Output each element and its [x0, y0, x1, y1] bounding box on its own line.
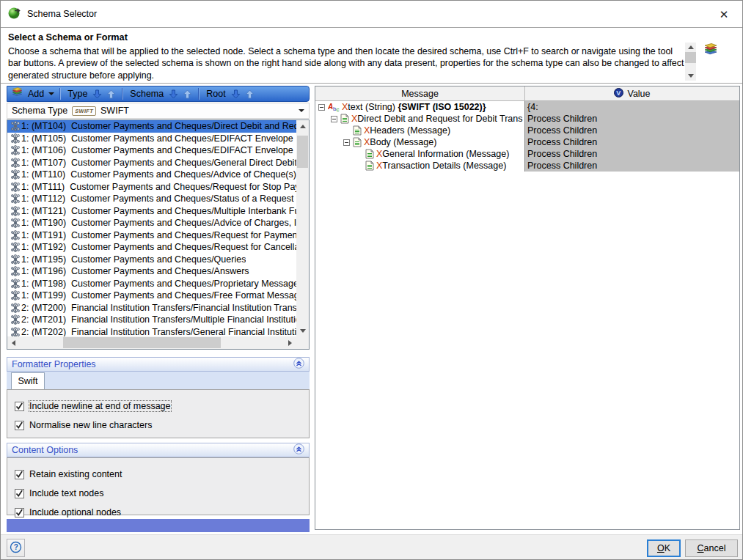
add-dropdown-icon[interactable]	[48, 92, 54, 95]
tree-row[interactable]: XGeneral Information (Message)Process Ch…	[315, 148, 739, 160]
node-prefix: X	[351, 114, 357, 124]
sort-type-asc-icon[interactable]	[106, 89, 116, 99]
value-column-icon: V	[614, 88, 623, 100]
message-node-icon	[353, 125, 362, 136]
list-item[interactable]: 1: (MT190) Customer Payments and Cheques…	[7, 217, 296, 229]
sort-schema-desc-icon[interactable]	[169, 89, 178, 99]
scrollbar-thumb[interactable]	[685, 52, 696, 63]
collapse-icon[interactable]	[293, 443, 304, 457]
node-value-cell[interactable]: Process Children	[525, 125, 739, 136]
checkbox[interactable]	[15, 421, 24, 430]
schema-node-icon	[10, 254, 21, 265]
list-vertical-scrollbar[interactable]	[296, 120, 309, 336]
tree-row[interactable]: XHeaders (Message)Process Children	[315, 125, 739, 136]
schema-type-row: Schema Type SWIFT SWIFT	[7, 103, 310, 119]
checkbox[interactable]	[15, 402, 24, 411]
content-options-header: Content Options	[7, 443, 310, 457]
list-item[interactable]: 1: (MT196) Customer Payments and Cheques…	[7, 265, 296, 278]
schema-node-icon	[10, 182, 21, 192]
list-item[interactable]: 1: (MT199) Customer Payments and Cheques…	[7, 290, 296, 302]
sort-type-desc-icon[interactable]	[92, 89, 102, 99]
scroll-down-icon[interactable]	[296, 325, 309, 336]
value-column-header[interactable]: V Value	[525, 86, 739, 100]
list-item[interactable]: 1: (MT121) Customer Payments and Cheques…	[7, 205, 296, 218]
tree-expander-icon[interactable]	[343, 139, 350, 146]
scroll-up-icon[interactable]	[296, 120, 309, 132]
toolbar-separator	[59, 88, 61, 100]
checkbox[interactable]	[15, 470, 24, 479]
sort-type-label: Type	[67, 89, 87, 99]
schema-type-value[interactable]: SWIFT	[100, 106, 129, 116]
scroll-down-icon[interactable]	[685, 71, 696, 81]
svg-text:?: ?	[14, 543, 18, 551]
scrollbar-corner	[296, 336, 309, 349]
list-item[interactable]: 2: (MT200) Financial Institution Transfe…	[7, 302, 296, 314]
description-scrollbar[interactable]	[685, 43, 696, 81]
svg-text:c: c	[337, 106, 340, 112]
tree-row[interactable]: XTransaction Details (Message)Process Ch…	[315, 160, 739, 172]
close-button[interactable]: ✕	[716, 7, 732, 23]
add-button[interactable]: Add	[28, 89, 44, 99]
list-item[interactable]: 1: (MT110) Customer Payments and Cheques…	[7, 169, 296, 181]
node-label-bold: {SWIFT (ISO 15022)}	[398, 102, 486, 112]
list-item[interactable]: 1: (MT192) Customer Payments and Cheques…	[7, 241, 296, 254]
schema-node-icon	[10, 314, 21, 325]
content-options-panel: Retain existing contentInclude text node…	[7, 457, 310, 515]
list-item-label: 1: (MT192) Customer Payments and Cheques…	[21, 242, 296, 252]
list-item[interactable]: 1: (MT107) Customer Payments and Cheques…	[7, 157, 296, 169]
help-button[interactable]: ?	[7, 539, 25, 557]
message-column-label: Message	[401, 89, 439, 99]
node-label: Transaction Details (Message)	[382, 161, 506, 171]
node-label: Headers (Message)	[370, 125, 450, 136]
add-schemas-icon	[11, 87, 23, 100]
scroll-left-icon[interactable]	[7, 336, 20, 349]
node-value-cell[interactable]: Process Children	[525, 148, 739, 160]
formatter-options-panel: Include newline at end of messageNormali…	[7, 389, 310, 438]
tree-node: AbcXtext (String) {SWIFT (ISO 15022)}	[315, 101, 525, 113]
sort-schema-asc-icon[interactable]	[183, 89, 192, 99]
schema-node-icon	[10, 290, 21, 301]
schema-list: 1: (MT104) Customer Payments and Cheques…	[7, 119, 310, 350]
list-item[interactable]: 1: (MT106) Customer Payments and Cheques…	[7, 144, 296, 157]
checkbox[interactable]	[15, 489, 24, 498]
list-horizontal-scrollbar[interactable]	[7, 336, 296, 349]
checkbox[interactable]	[15, 508, 24, 517]
list-item[interactable]: 1: (MT104) Customer Payments and Cheques…	[7, 120, 296, 133]
scroll-right-icon[interactable]	[284, 336, 296, 349]
message-column-header[interactable]: Message	[315, 86, 525, 100]
node-label: General Information (Message)	[382, 149, 509, 159]
node-prefix: X	[376, 161, 382, 171]
node-value-cell[interactable]: Process Children	[525, 160, 739, 172]
tree-row[interactable]: AbcXtext (String) {SWIFT (ISO 15022)}{4:	[315, 101, 739, 113]
cancel-button[interactable]: Cancel	[685, 539, 738, 557]
list-item[interactable]: 1: (MT191) Customer Payments and Cheques…	[7, 229, 296, 242]
tree-expander-icon[interactable]	[318, 104, 325, 111]
list-item[interactable]: 1: (MT112) Customer Payments and Cheques…	[7, 193, 296, 205]
list-item[interactable]: 2: (MT202) Financial Institution Transfe…	[7, 326, 296, 337]
list-item[interactable]: 1: (MT105) Customer Payments and Cheques…	[7, 133, 296, 145]
node-value-cell[interactable]: {4:	[525, 101, 739, 113]
tab-swift[interactable]: Swift	[11, 372, 45, 389]
list-item[interactable]: 2: (MT201) Financial Institution Transfe…	[7, 314, 296, 326]
scroll-up-icon[interactable]	[685, 43, 696, 52]
tree-row[interactable]: XBody (Message)Process Children	[315, 136, 739, 148]
tree-node: XBody (Message)	[315, 136, 525, 148]
list-item[interactable]: 1: (MT195) Customer Payments and Cheques…	[7, 254, 296, 266]
collapse-icon[interactable]	[293, 358, 304, 371]
list-item[interactable]: 1: (MT111) Customer Payments and Cheques…	[7, 181, 296, 194]
sort-root-asc-icon[interactable]	[245, 89, 255, 99]
tree-row[interactable]: XDirect Debit and Request for Debit Tran…	[315, 113, 739, 125]
ok-button[interactable]: OK	[647, 539, 681, 557]
message-node-icon	[353, 137, 362, 147]
sort-root-desc-icon[interactable]	[231, 89, 241, 99]
list-item[interactable]: 1: (MT198) Customer Payments and Cheques…	[7, 278, 296, 290]
node-value-cell[interactable]: Process Children	[525, 113, 739, 125]
sort-schema-label: Schema	[130, 89, 164, 99]
collapsed-section-bar[interactable]	[7, 519, 310, 532]
scrollbar-thumb[interactable]	[63, 337, 221, 348]
scrollbar-thumb[interactable]	[297, 136, 308, 168]
formatter-properties-header: Formatter Properties	[7, 357, 310, 372]
combo-dropdown-icon[interactable]	[299, 109, 304, 112]
node-value-cell[interactable]: Process Children	[525, 136, 739, 148]
tree-expander-icon[interactable]	[331, 116, 337, 122]
